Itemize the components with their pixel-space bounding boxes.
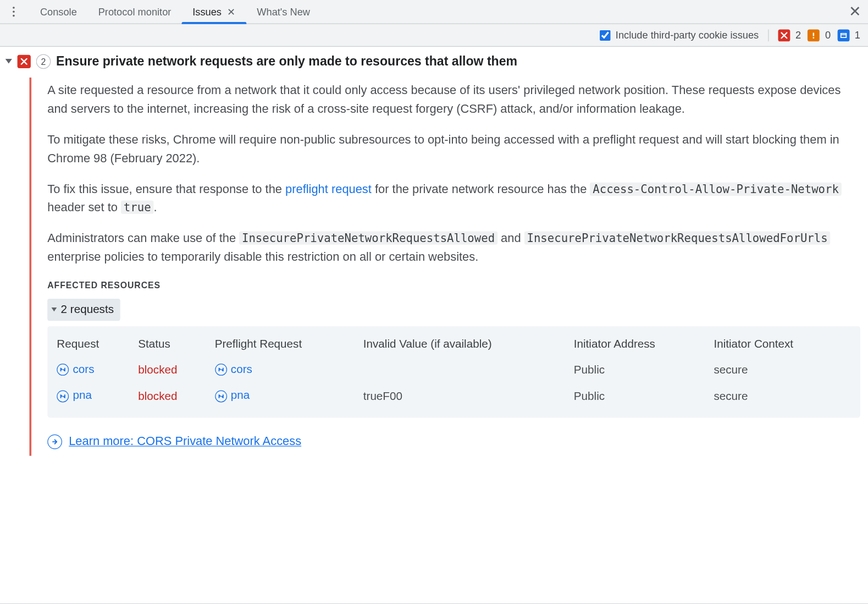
preflight-link[interactable]: cors [215, 361, 252, 378]
tab-whats-new[interactable]: What's New [246, 0, 321, 24]
svg-rect-1 [813, 37, 814, 38]
devtools-tabbar: Console Protocol monitor Issues ✕ What's… [0, 0, 868, 24]
status-cell: blocked [138, 357, 214, 383]
issue-paragraph: To fix this issue, ensure that response … [47, 180, 860, 218]
code-literal: true [121, 201, 153, 214]
include-third-party-checkbox[interactable]: Include third-party cookie issues [600, 29, 759, 41]
include-third-party-input[interactable] [600, 30, 610, 40]
initiator-address-cell: Public [574, 357, 714, 383]
request-link[interactable]: cors [57, 361, 94, 378]
include-third-party-label: Include third-party cookie issues [616, 29, 759, 41]
network-icon [215, 364, 227, 376]
requests-table: Request Status Preflight Request Invalid… [57, 331, 851, 410]
info-count: 1 [855, 29, 860, 41]
invalid-value-cell: trueF00 [363, 383, 574, 410]
warning-badge-icon[interactable] [808, 29, 820, 41]
code-literal: Access-Control-Allow-Private-Network [590, 182, 841, 195]
initiator-context-cell: secure [714, 383, 850, 410]
tab-protocol-monitor[interactable]: Protocol monitor [87, 0, 182, 24]
initiator-context-cell: secure [714, 357, 850, 383]
requests-toggle[interactable]: 2 requests [47, 299, 120, 320]
table-header-row: Request Status Preflight Request Invalid… [57, 331, 851, 357]
code-literal: InsecurePrivateNetworkRequestsAllowed [239, 232, 497, 245]
issues-list[interactable]: 2 Ensure private network requests are on… [0, 47, 868, 604]
col-status: Status [138, 331, 214, 357]
col-preflight: Preflight Request [215, 331, 363, 357]
svg-rect-0 [813, 32, 814, 36]
request-link[interactable]: pna [57, 387, 92, 405]
network-icon [57, 390, 69, 402]
error-badge-icon[interactable] [778, 29, 790, 41]
learn-more-link[interactable]: Learn more: CORS Private Network Access [69, 432, 301, 451]
close-icon[interactable]: ✕ [227, 6, 236, 18]
table-row: pna blocked pna trueF00 Public secure [57, 383, 851, 410]
issue-paragraph: Administrators can make use of the Insec… [47, 229, 860, 267]
network-icon [57, 364, 69, 376]
tab-strip: Console Protocol monitor Issues ✕ What's… [29, 0, 320, 24]
code-literal: InsecurePrivateNetworkRequestsAllowedFor… [524, 232, 831, 245]
affected-resources-label: AFFECTED RESOURCES [47, 279, 860, 292]
invalid-value-cell [363, 357, 574, 383]
status-cell: blocked [138, 383, 214, 410]
expand-caret-icon[interactable] [5, 59, 12, 64]
more-tabs-button[interactable] [7, 7, 20, 17]
col-request: Request [57, 331, 138, 357]
issue-row: 2 Ensure private network requests are on… [5, 53, 868, 69]
chevron-down-icon [52, 308, 57, 311]
requests-toggle-label: 2 requests [61, 301, 114, 319]
initiator-address-cell: Public [574, 383, 714, 410]
requests-table-panel: Request Status Preflight Request Invalid… [47, 326, 860, 418]
table-row: cors blocked cors Public secure [57, 357, 851, 383]
toolbar-separator [768, 29, 769, 41]
issue-title: Ensure private network requests are only… [56, 53, 517, 69]
col-initiator-address: Initiator Address [574, 331, 714, 357]
info-badge-icon[interactable] [837, 29, 849, 41]
col-initiator-context: Initiator Context [714, 331, 850, 357]
tab-console[interactable]: Console [29, 0, 87, 24]
issue-count-pill: 2 [36, 54, 51, 69]
preflight-link[interactable]: pna [215, 387, 250, 405]
issue-body: A site requested a resource from a netwo… [29, 78, 860, 455]
learn-more-row: Learn more: CORS Private Network Access [47, 432, 301, 451]
col-invalid: Invalid Value (if available) [363, 331, 574, 357]
issues-toolbar: Include third-party cookie issues 2 0 1 [0, 24, 868, 47]
network-icon [215, 390, 227, 402]
tab-issues[interactable]: Issues ✕ [182, 0, 246, 24]
issue-paragraph: A site requested a resource from a netwo… [47, 81, 860, 119]
severity-error-icon [18, 55, 31, 68]
error-count: 2 [795, 29, 801, 41]
arrow-right-circle-icon [47, 435, 62, 449]
issue-counters: 2 0 1 [778, 29, 861, 41]
close-panel-button[interactable]: ✕ [845, 2, 864, 21]
issue-paragraph: To mitigate these risks, Chrome will req… [47, 131, 860, 168]
warning-count: 0 [825, 29, 831, 41]
preflight-request-link[interactable]: preflight request [285, 182, 372, 195]
